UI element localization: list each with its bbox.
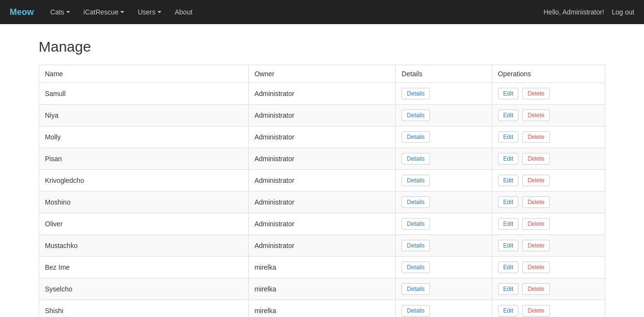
edit-button-1[interactable]: Edit [498, 110, 519, 121]
edit-button-2[interactable]: Edit [498, 131, 519, 143]
edit-button-9[interactable]: Edit [498, 283, 519, 295]
nav-link-about[interactable]: About [168, 0, 200, 24]
nav-link-icatrescue[interactable]: iCatRescue [77, 0, 131, 24]
delete-button-6[interactable]: Delete [522, 218, 550, 230]
main-container: Manage Name Owner Details Operations Sam… [0, 24, 644, 317]
table-row: Niya Administrator Details Edit Delete [39, 105, 605, 126]
table-header: Name Owner Details Operations [39, 65, 605, 83]
manage-table: Name Owner Details Operations Samull Adm… [39, 65, 605, 317]
edit-button-5[interactable]: Edit [498, 196, 519, 208]
edit-button-0[interactable]: Edit [498, 88, 519, 99]
cell-operations-2: Edit Delete [492, 126, 605, 148]
hello-text: Hello, Administrator! [544, 8, 604, 16]
cell-owner-8: mirelka [248, 257, 396, 278]
cell-name-2: Molly [39, 126, 249, 148]
details-button-8[interactable]: Details [401, 262, 430, 273]
delete-button-10[interactable]: Delete [522, 305, 550, 317]
cell-name-1: Niya [39, 105, 249, 126]
cell-details-4: Details [396, 170, 492, 192]
nav-link-users[interactable]: Users [131, 0, 168, 24]
edit-button-10[interactable]: Edit [498, 305, 519, 317]
nav-item-about: About [168, 0, 200, 24]
edit-button-8[interactable]: Edit [498, 262, 519, 273]
details-button-3[interactable]: Details [401, 153, 430, 165]
cell-operations-5: Edit Delete [492, 192, 605, 213]
cell-owner-9: mirelka [248, 278, 396, 300]
caret-users [157, 11, 161, 13]
table-row: Krivogledcho Administrator Details Edit … [39, 170, 605, 192]
table-row: Molly Administrator Details Edit Delete [39, 126, 605, 148]
cell-owner-6: Administrator [248, 213, 396, 235]
details-button-10[interactable]: Details [401, 305, 430, 317]
cell-owner-0: Administrator [248, 83, 396, 105]
table-row: Mustachko Administrator Details Edit Del… [39, 235, 605, 257]
details-button-0[interactable]: Details [401, 88, 430, 99]
details-button-7[interactable]: Details [401, 240, 430, 251]
cell-details-1: Details [396, 105, 492, 126]
cell-name-6: Oliver [39, 213, 249, 235]
caret-cats [66, 11, 70, 13]
delete-button-5[interactable]: Delete [522, 196, 550, 208]
edit-button-7[interactable]: Edit [498, 240, 519, 251]
delete-button-7[interactable]: Delete [522, 240, 550, 251]
cell-operations-3: Edit Delete [492, 148, 605, 170]
col-header-name: Name [39, 65, 249, 83]
edit-button-4[interactable]: Edit [498, 175, 519, 186]
nav-item-users: Users [131, 0, 168, 24]
table-row: Syselcho mirelka Details Edit Delete [39, 278, 605, 300]
delete-button-3[interactable]: Delete [522, 153, 550, 165]
cell-details-3: Details [396, 148, 492, 170]
details-button-1[interactable]: Details [401, 110, 430, 121]
caret-icatrescue [120, 11, 124, 13]
nav-item-cats: Cats [43, 0, 77, 24]
delete-button-8[interactable]: Delete [522, 262, 550, 273]
table-row: Bez Ime mirelka Details Edit Delete [39, 257, 605, 278]
edit-button-3[interactable]: Edit [498, 153, 519, 165]
delete-button-4[interactable]: Delete [522, 175, 550, 186]
cell-name-7: Mustachko [39, 235, 249, 257]
details-button-6[interactable]: Details [401, 218, 430, 230]
cell-details-6: Details [396, 213, 492, 235]
table-row: Pisan Administrator Details Edit Delete [39, 148, 605, 170]
cell-details-10: Details [396, 300, 492, 317]
nav-label-cats: Cats [50, 8, 64, 16]
cell-operations-0: Edit Delete [492, 83, 605, 105]
cell-operations-1: Edit Delete [492, 105, 605, 126]
table-row: Shishi mirelka Details Edit Delete [39, 300, 605, 317]
cell-operations-9: Edit Delete [492, 278, 605, 300]
nav-link-cats[interactable]: Cats [43, 0, 77, 24]
page-title: Manage [39, 39, 605, 55]
col-header-owner: Owner [248, 65, 396, 83]
cell-operations-10: Edit Delete [492, 300, 605, 317]
details-button-4[interactable]: Details [401, 175, 430, 186]
col-header-details: Details [396, 65, 492, 83]
delete-button-0[interactable]: Delete [522, 88, 550, 99]
delete-button-1[interactable]: Delete [522, 110, 550, 121]
cell-name-4: Krivogledcho [39, 170, 249, 192]
navbar: Meow Cats iCatRescue Users About [0, 0, 644, 24]
cell-owner-1: Administrator [248, 105, 396, 126]
navbar-nav: Cats iCatRescue Users About [43, 0, 544, 24]
cell-details-0: Details [396, 83, 492, 105]
logout-link[interactable]: Log out [612, 8, 634, 16]
delete-button-9[interactable]: Delete [522, 283, 550, 295]
navbar-brand[interactable]: Meow [10, 7, 34, 17]
details-button-2[interactable]: Details [401, 131, 430, 143]
cell-owner-4: Administrator [248, 170, 396, 192]
cell-name-9: Syselcho [39, 278, 249, 300]
cell-operations-8: Edit Delete [492, 257, 605, 278]
details-button-9[interactable]: Details [401, 283, 430, 295]
table-header-row: Name Owner Details Operations [39, 65, 605, 83]
nav-label-about: About [175, 8, 193, 16]
nav-label-icatrescue: iCatRescue [84, 8, 118, 16]
table-body: Samull Administrator Details Edit Delete… [39, 83, 605, 317]
delete-button-2[interactable]: Delete [522, 131, 550, 143]
edit-button-6[interactable]: Edit [498, 218, 519, 230]
cell-operations-6: Edit Delete [492, 213, 605, 235]
details-button-5[interactable]: Details [401, 196, 430, 208]
cell-details-9: Details [396, 278, 492, 300]
table-row: Moshino Administrator Details Edit Delet… [39, 192, 605, 213]
cell-operations-7: Edit Delete [492, 235, 605, 257]
cell-name-3: Pisan [39, 148, 249, 170]
cell-operations-4: Edit Delete [492, 170, 605, 192]
